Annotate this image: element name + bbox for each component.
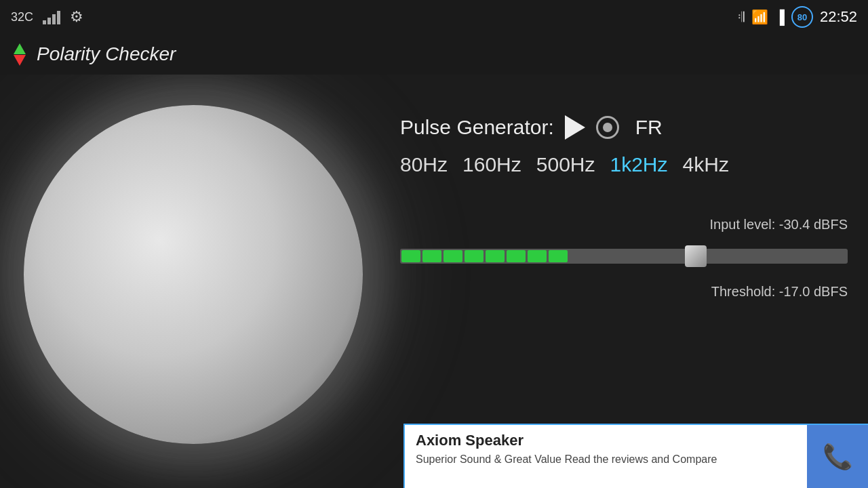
ad-subtitle: Superior Sound & Great Value Read the re…: [416, 453, 796, 466]
level-bar-3: [443, 250, 462, 262]
ad-title: Axiom Speaker: [416, 432, 796, 449]
level-bar-8: [549, 250, 568, 262]
temperature-display: 32C: [11, 10, 33, 24]
level-meter[interactable]: [400, 246, 848, 266]
pulse-generator-label: Pulse Generator:: [400, 116, 554, 139]
freq-4khz[interactable]: 4kHz: [683, 153, 729, 176]
ad-text-content: Axiom Speaker Superior Sound & Great Val…: [405, 425, 807, 488]
circle-visualization: [7, 88, 380, 461]
level-meter-fill: [400, 249, 580, 264]
freq-80hz[interactable]: 80Hz: [400, 153, 448, 176]
level-meter-track: [400, 249, 848, 264]
battery-icon: 80: [791, 6, 813, 28]
stop-button[interactable]: [596, 116, 619, 139]
freq-160hz[interactable]: 160Hz: [462, 153, 521, 176]
ad-phone-button[interactable]: 📞: [807, 425, 868, 488]
threshold-display: Threshold: -17.0 dBFS: [400, 284, 848, 300]
arrow-down-icon: [14, 55, 26, 66]
right-panel: Pulse Generator: FR 80Hz 160Hz 500Hz 1k2…: [380, 75, 868, 313]
level-bar-6: [507, 250, 526, 262]
bluetooth-icon: 𝄇: [738, 9, 745, 25]
status-left: 32C ⚙: [11, 8, 83, 26]
pulse-generator-row: Pulse Generator: FR: [400, 115, 848, 140]
level-bar-1: [401, 250, 420, 262]
app-title: Polarity Checker: [37, 43, 176, 65]
level-bar-4: [465, 250, 484, 262]
wifi-icon: 📶: [751, 9, 768, 25]
arrow-up-icon: [14, 43, 26, 54]
phone-icon: 📞: [823, 443, 853, 471]
app-bar: Polarity Checker: [0, 34, 868, 75]
polarity-arrows-icon: [14, 43, 26, 66]
ad-banner[interactable]: Axiom Speaker Superior Sound & Great Val…: [403, 424, 868, 488]
level-bar-7: [528, 250, 547, 262]
glow-circle: [24, 105, 363, 444]
level-bar-2: [422, 250, 441, 262]
settings-icon[interactable]: ⚙: [70, 8, 83, 26]
signal-icon: ▐: [775, 9, 785, 25]
signal-bars-icon: [43, 9, 60, 24]
time-display: 22:52: [820, 8, 857, 26]
freq-500hz[interactable]: 500Hz: [536, 153, 595, 176]
level-bar-5: [486, 250, 505, 262]
frequency-row: 80Hz 160Hz 500Hz 1k2Hz 4kHz: [400, 153, 848, 176]
channel-label: FR: [635, 116, 663, 139]
play-button[interactable]: [565, 115, 585, 140]
freq-1k2hz[interactable]: 1k2Hz: [610, 153, 667, 176]
status-bar: 32C ⚙ 𝄇 📶 ▐ 80 22:52: [0, 0, 868, 34]
status-right: 𝄇 📶 ▐ 80 22:52: [738, 6, 857, 28]
threshold-handle[interactable]: [685, 245, 707, 267]
input-level-display: Input level: -30.4 dBFS: [400, 217, 848, 232]
